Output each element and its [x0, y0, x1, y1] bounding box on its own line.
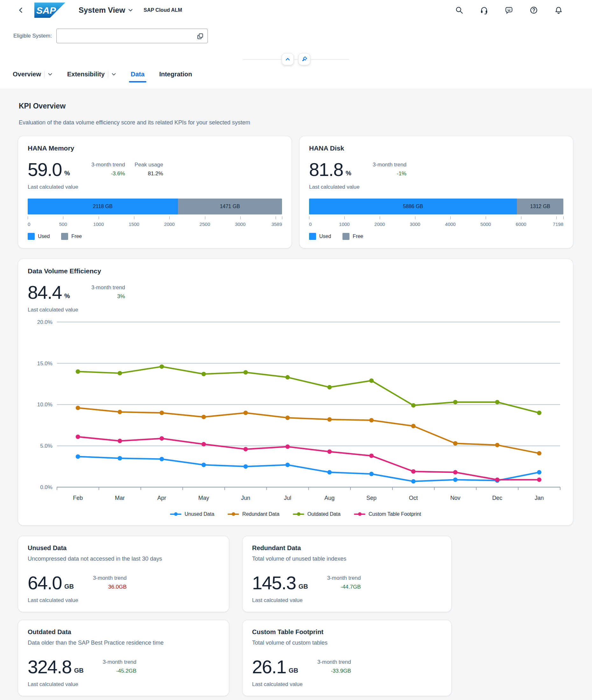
axis-tick	[486, 216, 486, 219]
help-icon[interactable]	[530, 6, 538, 14]
legend-chip	[28, 233, 35, 240]
legend-item-used[interactable]: Used	[309, 233, 331, 240]
memory-usage-bar-chart: 2118 GB1471 GB05001000150020002500300035…	[28, 199, 282, 230]
back-icon[interactable]	[16, 6, 26, 15]
redundant-data-card: Redundant Data Total volume of unused ta…	[243, 536, 451, 612]
tab-integration[interactable]: Integration	[159, 71, 192, 85]
legend-item-redundant-data[interactable]: Redundant Data	[228, 511, 280, 517]
title-chevron-down-icon[interactable]	[128, 7, 133, 14]
axis-tick	[450, 216, 451, 219]
last-calculated-label: Last calculated value	[28, 184, 282, 190]
axis-tick	[205, 216, 205, 219]
collapse-header-button[interactable]	[282, 53, 294, 65]
axis-tick	[556, 216, 557, 219]
tab-label: Integration	[159, 71, 192, 78]
kpi-value: 64.0 GB	[28, 574, 74, 592]
legend-item-outdated-data[interactable]: Outdated Data	[293, 511, 341, 517]
svg-text:15.0%: 15.0%	[37, 361, 52, 367]
axis-tick-label: 3000	[235, 221, 245, 227]
peak-value: 81.2%	[135, 170, 163, 177]
legend-label: Redundant Data	[242, 511, 280, 517]
divider	[243, 59, 281, 59]
pin-header-button[interactable]	[298, 53, 310, 65]
bar-segment-free: 1312 GB	[517, 199, 563, 214]
svg-text:Oct: Oct	[409, 495, 418, 501]
legend-label: Unused Data	[185, 511, 214, 517]
axis-tick	[415, 216, 415, 219]
eligible-system-label: Eligible System:	[13, 33, 52, 39]
last-calculated-label: Last calculated value	[28, 307, 563, 313]
axis-tick	[134, 216, 134, 219]
legend-item-unused-data[interactable]: Unused Data	[170, 511, 214, 517]
card-title: Data Volume Efficiency	[28, 267, 563, 275]
eligible-system-field	[56, 29, 208, 43]
value-help-icon[interactable]	[196, 32, 205, 41]
disk-usage-bar-chart: 5886 GB1312 GB01000200030004000500060007…	[309, 199, 563, 230]
legend-marker	[228, 514, 239, 515]
axis-tick	[240, 216, 241, 219]
page-title: System View	[79, 6, 125, 15]
eligible-system-input[interactable]	[56, 29, 208, 43]
section-title: KPI Overview	[19, 102, 573, 110]
peak-usage-block: Peak usage 81.2%	[135, 160, 163, 177]
kpi-value: 324.8 GB	[28, 658, 84, 676]
headset-icon[interactable]	[480, 6, 488, 14]
trend-value: -45.2GB	[103, 668, 137, 674]
trend-value: -33.9GB	[317, 668, 351, 674]
last-calculated-label: Last calculated value	[252, 681, 442, 688]
line-chart-legend: Unused DataRedundant DataOutdated DataCu…	[28, 511, 563, 517]
shell-header: SAP System View SAP Cloud ALM	[0, 0, 592, 20]
legend-item-used[interactable]: Used	[28, 233, 50, 240]
axis-tick	[309, 216, 309, 219]
legend-chip	[342, 233, 349, 240]
filter-bar: Eligible System:	[0, 20, 592, 50]
header-collapse-row	[0, 50, 592, 69]
legend-item-free[interactable]: Free	[61, 233, 82, 240]
trend-value: -1%	[373, 170, 406, 177]
bar-segment-used: 5886 GB	[309, 199, 517, 214]
shell-icon-group	[455, 6, 563, 14]
notifications-bell-icon[interactable]	[554, 6, 563, 14]
axis-tick-label: 2000	[164, 221, 175, 227]
bar-segment-used: 2118 GB	[28, 199, 178, 214]
axis-tick-label: 6000	[515, 221, 526, 227]
tab-label: Overview	[13, 71, 41, 78]
trend-block: 3-month trend -44.7GB	[327, 574, 361, 590]
tab-extensibility[interactable]: Extensibility	[67, 71, 116, 85]
tab-data[interactable]: Data	[131, 71, 145, 85]
tab-bar: Overview Extensibility Data Integration	[0, 69, 592, 89]
feedback-icon[interactable]	[505, 6, 513, 14]
last-calculated-label: Last calculated value	[309, 184, 563, 190]
legend-chip	[309, 233, 316, 240]
bar-legend: Used Free	[309, 233, 563, 240]
kpi-value: 84.4 %	[28, 283, 91, 302]
tab-label: Extensibility	[67, 71, 105, 78]
svg-text:Jul: Jul	[284, 495, 291, 501]
axis-tick-label: 2000	[374, 221, 385, 227]
tab-overview[interactable]: Overview	[13, 71, 52, 85]
trend-block: 3-month trend -45.2GB	[103, 658, 137, 674]
line-chart-svg: 0.0%5.0%10.0%15.0%20.0%FebMarAprMayJunJu…	[28, 316, 563, 509]
trend-block: 3-month trend -3.6%	[91, 160, 125, 177]
legend-item-custom-table-footprint[interactable]: Custom Table Footprint	[354, 511, 421, 517]
axis-tick-label: 5000	[480, 221, 491, 227]
axis-tick-label: 0	[309, 221, 311, 227]
sap-logo: SAP	[34, 3, 65, 18]
svg-text:Nov: Nov	[450, 495, 460, 501]
axis-tick-label: 3589	[272, 221, 282, 227]
kpi-card-grid: Unused Data Uncompressed data not access…	[18, 536, 573, 696]
legend-item-free[interactable]: Free	[342, 233, 363, 240]
kpi-value: 59.0 %	[28, 160, 91, 179]
search-icon[interactable]	[455, 6, 463, 14]
svg-text:SAP: SAP	[36, 5, 56, 15]
legend-chip	[61, 233, 68, 240]
legend-label: Outdated Data	[307, 511, 341, 517]
svg-text:Jan: Jan	[535, 495, 544, 501]
axis-tick-label: 7198	[553, 221, 563, 227]
axis-tick	[282, 216, 282, 219]
axis-tick-label: 1500	[129, 221, 139, 227]
efficiency-line-chart: 0.0%5.0%10.0%15.0%20.0%FebMarAprMayJunJu…	[28, 316, 563, 509]
legend-marker	[354, 514, 365, 515]
svg-text:0.0%: 0.0%	[40, 484, 52, 490]
last-calculated-label: Last calculated value	[28, 597, 219, 604]
